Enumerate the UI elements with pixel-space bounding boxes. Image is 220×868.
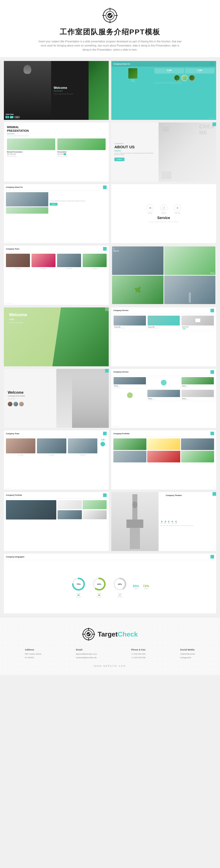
footer-logo-text: TargetCheck	[98, 630, 138, 638]
label2: Goal Topic	[160, 212, 167, 214]
page-title: 工作室团队服务介绍PPT模板	[5, 27, 215, 37]
phone1-text: +1 028 260 093	[131, 652, 146, 656]
slides-container: John Doe 👤 ✉ 135	[0, 57, 220, 617]
footer-section: TargetCheck Address 560 Collins Street, …	[0, 617, 220, 675]
header-subtitle: Insert your subject title Presentation i…	[38, 39, 182, 52]
document-icon: 📄	[160, 204, 167, 212]
footer-email-col: Email: Myemail@domain.com 2ndemail@domai…	[76, 648, 97, 659]
item2-title: Presentation	[57, 151, 105, 153]
welcome3-desc: insert desc here	[8, 398, 53, 400]
slide-7-company-team: Company Team Lorem Ipsum Lorem Ipsum Lor…	[4, 246, 109, 305]
infographic-label3: Category	[112, 593, 128, 594]
label3: Sweet Topic	[174, 212, 181, 214]
name1: Lorem Ipsum	[6, 268, 30, 269]
person-name: John Doe	[5, 114, 50, 115]
label2: text	[155, 71, 183, 73]
header-section: 工作室团队服务介绍PPT模板 Insert your subject title…	[0, 0, 220, 57]
slide-1-welcome-dark: John Doe 👤 ✉ 135	[4, 61, 109, 120]
welcome3-title: Welcome	[8, 390, 53, 395]
slide15-title: Company Portfolio	[6, 494, 22, 496]
item2-desc: insert some text here	[57, 156, 105, 157]
slide10-title: Company Service	[113, 309, 129, 311]
footer-phone-col: Phone & Fax: +1 028 260 093 +1 203 309 0…	[131, 648, 146, 659]
slide5-title: Company About Us	[6, 186, 23, 188]
corner-accent11	[105, 369, 109, 373]
slide16-title: Company Timeline	[164, 493, 184, 498]
team2-num: 13k	[101, 438, 104, 441]
slide-12-company-service-items: Company Service Service Description text…	[111, 369, 216, 428]
social2-text: InstagramId	[180, 656, 195, 659]
email1-text: Myemail@domain.com	[76, 652, 97, 656]
service-title: Service	[157, 216, 170, 220]
slide5-logo: ⊕ TargetCheck	[5, 241, 12, 242]
infographic-label1: Category	[71, 593, 86, 594]
bookmark-icon: ✈	[174, 204, 181, 212]
about-us-desc: Insert your subject title presentation i…	[115, 152, 155, 156]
name3: Lorem Ipsum	[57, 268, 81, 269]
minimal-desc: Insert your description text here for pr…	[7, 135, 105, 137]
corner-accent	[213, 122, 216, 126]
header-icon	[102, 8, 118, 23]
slide-6-service-icons: ✉ Send Here 📄 Goal Topic ✈ Sweet Topic S…	[111, 184, 216, 243]
svg-rect-8	[127, 520, 143, 528]
slide17-title: Company Infographic	[6, 556, 25, 558]
slide2-title: Company About Us	[113, 63, 130, 65]
welcome2-desc: Company service details	[9, 322, 103, 324]
company-tag: COMPANY	[115, 143, 155, 145]
slide-15-company-portfolio2: Company Portfolio	[4, 492, 109, 551]
slide5-button[interactable]: SUBMIT	[50, 203, 58, 206]
email-title: Email:	[76, 648, 97, 651]
slide7-logo: ⊕ TargetCheck	[5, 303, 12, 304]
submit-button[interactable]: SUBMIT	[115, 158, 124, 161]
slide-10-company-service: Company Service Service Title Insert tex…	[111, 307, 216, 366]
slide-4-about-dark: COMPANY ABOUT US Insert your subject tit…	[111, 122, 216, 181]
team2-name3: Lorem Ipsum	[68, 454, 97, 456]
phone2-text: +1 203 309 009	[131, 656, 146, 659]
social-title: Social Media:	[180, 648, 195, 651]
footer-info: Address 560 Collins Street, NY 86402 Ema…	[8, 648, 212, 659]
svg-rect-9	[130, 528, 140, 549]
service-desc: Insert your description text here for th…	[149, 221, 179, 223]
slide-8-photo-collage: CMESS Wing 🌿	[111, 246, 216, 305]
svg-point-10	[132, 501, 138, 508]
slide12-title: Company Service	[113, 371, 129, 373]
slide7-title: Company Team	[6, 248, 19, 250]
footer-logo-icon	[82, 628, 95, 641]
address-title: Address	[25, 648, 41, 651]
welcome2-title: Welcome	[9, 313, 103, 317]
num2: 1.84	[155, 69, 183, 71]
welcome2-sub: Hello	[9, 318, 103, 320]
slide-16-company-timeline: Company Timeline 1995 1997	[111, 492, 216, 551]
slide-11-welcome-person: Welcome Company font Details insert desc…	[4, 369, 109, 428]
about-us-title: ABOUT US	[115, 145, 155, 149]
email2-text: 2ndemail@domain.net	[76, 656, 97, 659]
phone-title: Phone & Fax:	[131, 648, 146, 651]
label1: text here	[113, 81, 153, 82]
footer-website: www.website.com	[8, 664, 212, 667]
welcome-desc: Insert your subject title here with some…	[54, 93, 106, 95]
team2-name1: Lorem Ipsum	[6, 454, 35, 456]
slide-9-welcome-green: Welcome Hello Company service details	[4, 307, 109, 366]
team2-name2: Lorem Ipsum	[37, 454, 66, 456]
footer-address-col: Address 560 Collins Street, NY 86402	[25, 648, 41, 659]
label3: text	[186, 71, 214, 73]
name4: Lorem Ipsum	[83, 268, 107, 269]
email-icon: ✉	[147, 204, 154, 212]
slide5-desc: Insert your subject title presentation i…	[50, 200, 107, 202]
address-text: 560 Collins Street, NY 86402	[25, 652, 41, 659]
service-num: 18k	[182, 328, 213, 330]
label1: Send Here	[147, 212, 154, 214]
slide-14-company-portfolio: Company Portfolio	[111, 430, 216, 489]
item1-title: Minimal Presentation	[7, 151, 55, 153]
slide2-desc: Insert description here for the company …	[154, 82, 215, 84]
timeline-desc: Insert your timeline description text he…	[161, 525, 214, 526]
slide-13-company-team2: Company Team Lorem Ipsum Lorem Ipsum Lor…	[4, 430, 109, 489]
welcome3-subtitle: Company font Details	[8, 395, 53, 397]
minimal-title: MINIMALPRESENTATION	[7, 126, 105, 132]
welcome-title: Welcome	[54, 86, 106, 90]
slide13-title: Company Team	[6, 433, 19, 435]
slide12-logo: ⊕ TargetCheck	[113, 426, 120, 427]
slide14-title: Company Portfolio	[113, 433, 130, 435]
slide13-logo: ⊕ TargetCheck	[5, 488, 12, 489]
corner16	[213, 492, 216, 496]
